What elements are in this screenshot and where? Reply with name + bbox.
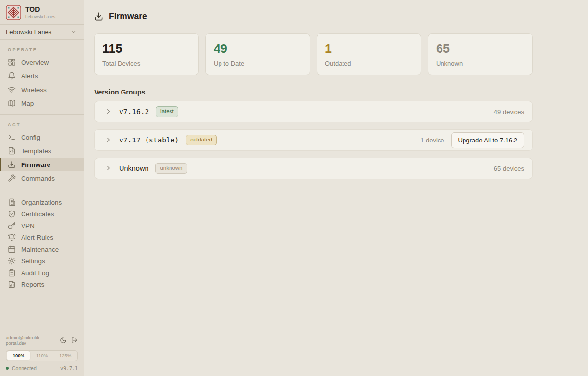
version-group-row-outdated[interactable]: v7.17 (stable) outdated 1 device Upgrade… [94,129,533,151]
app-version: v9.7.1 [60,366,78,371]
shield-check-icon [8,210,16,218]
sidebar-item-settings[interactable]: Settings [0,255,84,267]
status-badge: unknown [155,163,187,174]
sidebar-item-overview[interactable]: Overview [0,55,84,69]
chevron-right-icon[interactable] [102,136,112,143]
status-badge: latest [156,106,178,117]
map-icon [8,99,16,107]
zoom-option-110[interactable]: 110% [30,351,54,360]
brand-subtitle: Lebowski Lanes [25,14,55,19]
version-group-row-unknown[interactable]: Unknown unknown 65 devices [94,158,533,179]
download-icon [94,12,103,21]
logout-icon[interactable] [71,337,78,344]
wrench-icon [8,174,16,182]
nav-section-label-act: ACT [0,118,84,130]
stat-value: 65 [436,42,524,56]
user-email: admin@mikrotik-portal.dev [6,335,60,346]
sidebar-item-templates[interactable]: Templates [0,144,84,158]
sidebar-item-alerts[interactable]: Alerts [0,69,84,83]
page-title: Firmware [109,11,147,22]
sidebar-item-label: Reports [21,281,44,288]
moon-icon[interactable] [60,337,67,344]
stat-label: Total Devices [102,60,191,67]
brand: TOD Lebowski Lanes [0,0,84,24]
stat-card-up-to-date: 49 Up to Date [205,33,310,75]
sidebar-item-organizations[interactable]: Organizations [0,196,84,208]
sidebar-item-label: Alert Rules [21,234,53,241]
page-header: Firmware [94,11,533,22]
stat-card-outdated: 1 Outdated [317,33,421,75]
bell-ring-icon [8,234,16,241]
sidebar-item-label: Config [21,134,40,141]
sidebar-item-map[interactable]: Map [0,96,84,110]
sidebar-item-label: Certificates [21,211,54,218]
sidebar-item-reports[interactable]: Reports [0,279,84,290]
download-icon [8,161,16,168]
zoom-option-100[interactable]: 100% [7,351,30,360]
sidebar-item-label: Audit Log [21,269,49,277]
sidebar-item-label: Alerts [21,72,38,80]
chevron-right-icon[interactable] [102,108,112,115]
sidebar-item-label: Overview [21,59,49,66]
file-chart-icon [8,281,16,288]
sidebar-item-firmware[interactable]: Firmware [0,158,84,171]
nav-tools: Organizations Certificates VPN Alert Rul… [0,193,84,290]
status-badge: outdated [186,135,217,145]
sidebar-item-config[interactable]: Config [0,130,84,144]
device-count: 65 devices [494,165,524,172]
connection-status-dot [6,367,9,370]
sidebar-item-alert-rules[interactable]: Alert Rules [0,232,84,243]
version-group-name: v7.16.2 [119,108,149,116]
zoom-option-125[interactable]: 125% [53,351,77,360]
stat-label: Unknown [436,60,524,67]
stats-cards: 115 Total Devices 49 Up to Date 1 Outdat… [94,33,533,75]
divider [0,189,84,189]
stat-value: 49 [214,42,302,56]
wifi-icon [8,86,16,94]
chevron-right-icon[interactable] [102,164,112,172]
sidebar-item-commands[interactable]: Commands [0,171,84,185]
brand-logo-icon [6,5,21,20]
sidebar-item-label: Wireless [21,86,47,94]
chevron-down-icon [71,29,77,35]
sidebar-item-label: Organizations [21,199,62,206]
sidebar-item-vpn[interactable]: VPN [0,220,84,232]
clipboard-icon [8,269,16,277]
calendar-icon [8,245,16,253]
sidebar-item-label: Settings [21,258,45,265]
device-count: 1 device [420,137,444,144]
brand-title: TOD [25,6,55,13]
nav-section-label-operate: OPERATE [0,43,84,55]
bell-icon [8,72,16,80]
sidebar-item-maintenance[interactable]: Maintenance [0,243,84,255]
main-content: Firmware 115 Total Devices 49 Up to Date… [84,0,588,376]
stat-value: 115 [102,42,191,56]
file-code-icon [8,147,16,155]
sidebar-item-label: Firmware [21,161,50,168]
connection-status: Connected [12,365,37,371]
nav-operate: OPERATE Overview Alerts Wireless Map [0,40,84,110]
sidebar-item-audit-log[interactable]: Audit Log [0,267,84,279]
version-groups-heading: Version Groups [94,88,533,96]
device-count: 49 devices [494,108,524,116]
version-group-row-latest[interactable]: v7.16.2 latest 49 devices [94,101,533,122]
sidebar-item-label: Templates [21,147,51,155]
sidebar-item-label: Commands [21,175,55,182]
grid-icon [8,58,16,66]
terminal-icon [8,133,16,141]
sidebar-item-label: Maintenance [21,246,59,253]
stat-card-total-devices: 115 Total Devices [94,33,199,75]
version-group-name: v7.17 (stable) [119,136,179,144]
sidebar: TOD Lebowski Lanes Lebowski Lanes OPERAT… [0,0,84,376]
nav-act: ACT Config Templates Firmware Commands [0,115,84,185]
stat-label: Outdated [325,60,413,67]
version-group-name: Unknown [119,164,148,172]
sidebar-footer: admin@mikrotik-portal.dev 100% 110% 125%… [0,330,84,376]
stat-value: 1 [325,42,413,56]
org-selector[interactable]: Lebowski Lanes [0,25,84,39]
sidebar-item-certificates[interactable]: Certificates [0,208,84,220]
gear-icon [8,257,16,265]
sidebar-item-wireless[interactable]: Wireless [0,83,84,96]
upgrade-all-button[interactable]: Upgrade All to 7.16.2 [451,132,524,148]
sidebar-item-label: Map [21,100,34,107]
